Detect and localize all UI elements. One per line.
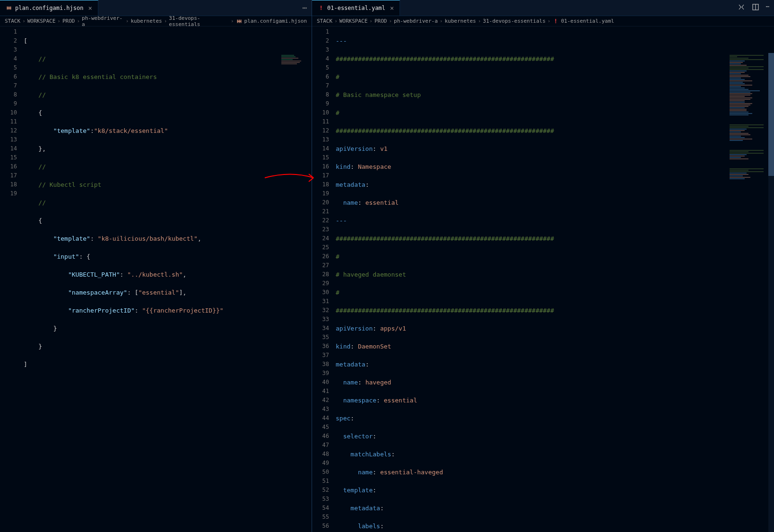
tabbar-left: plan.configami.hjson × ⋯	[0, 0, 312, 16]
crumb[interactable]: kubernetes	[130, 18, 162, 24]
code-area-left[interactable]: [ // // Basic k8 essential containers //…	[24, 26, 312, 532]
crumb[interactable]: PROD	[374, 18, 387, 24]
minimap-right[interactable]	[730, 55, 767, 272]
editor-pane-right: ! 01-essential.yaml × ⋯ STACK› WORKSPACE…	[312, 0, 774, 532]
crumb[interactable]: plan.configami.hjson	[244, 18, 307, 24]
crumb[interactable]: ph-webdriver-a	[394, 18, 438, 24]
crumb[interactable]: kubernetes	[444, 18, 476, 24]
tab-label: 01-essential.yaml	[327, 5, 385, 11]
code-area-right[interactable]: --- ####################################…	[336, 26, 774, 532]
close-icon[interactable]: ×	[390, 4, 394, 12]
crumb[interactable]: 01-essential.yaml	[561, 18, 614, 24]
editor-left[interactable]: 12345678910111213141516171819 [ // // Ba…	[0, 26, 312, 532]
crumb[interactable]: STACK	[5, 18, 20, 24]
tabbar-right: ! 01-essential.yaml × ⋯	[312, 0, 774, 16]
crumb[interactable]: WORKSPACE	[339, 18, 368, 24]
crumb[interactable]: 31-devops-essentials	[169, 15, 229, 27]
crumb[interactable]: ph-webdriver-a	[82, 15, 124, 27]
editor-actions: ⋯	[733, 3, 774, 12]
svg-rect-7	[237, 21, 241, 22]
crumb[interactable]: WORKSPACE	[27, 18, 56, 24]
tab-essential-yaml[interactable]: ! 01-essential.yaml ×	[312, 0, 400, 16]
yaml-file-icon: !	[318, 5, 324, 11]
tab-overflow-icon[interactable]: ⋯	[297, 3, 312, 12]
tab-label: plan.configami.hjson	[15, 5, 84, 11]
line-gutter: 12345678910111213141516171819	[0, 26, 24, 532]
line-gutter: 1234567891011121314151617181920212223242…	[312, 26, 336, 532]
hjson-file-icon	[6, 5, 12, 11]
editor-pane-left: plan.configami.hjson × ⋯ STACK› WORKSPAC…	[0, 0, 312, 532]
tab-plan-configami[interactable]: plan.configami.hjson ×	[0, 0, 98, 16]
more-actions-icon[interactable]: ⋯	[766, 3, 769, 12]
compare-icon[interactable]	[738, 3, 745, 12]
minimap-left[interactable]	[281, 55, 310, 69]
split-editor-icon[interactable]	[752, 3, 759, 12]
crumb[interactable]: STACK	[317, 18, 332, 24]
yaml-file-icon: !	[552, 18, 559, 25]
crumb[interactable]: PROD	[62, 18, 75, 24]
scrollbar[interactable]	[768, 53, 774, 532]
editor-right[interactable]: 1234567891011121314151617181920212223242…	[312, 26, 774, 532]
crumb[interactable]: 31-devops-essentials	[483, 18, 545, 24]
svg-rect-3	[7, 8, 11, 9]
hjson-file-icon	[236, 18, 243, 25]
scrollbar-thumb[interactable]	[768, 53, 774, 176]
close-icon[interactable]: ×	[88, 4, 92, 12]
breadcrumb-left: STACK› WORKSPACE› PROD› ph-webdriver-a› …	[0, 16, 312, 26]
breadcrumb-right: STACK› WORKSPACE› PROD› ph-webdriver-a› …	[312, 16, 774, 26]
